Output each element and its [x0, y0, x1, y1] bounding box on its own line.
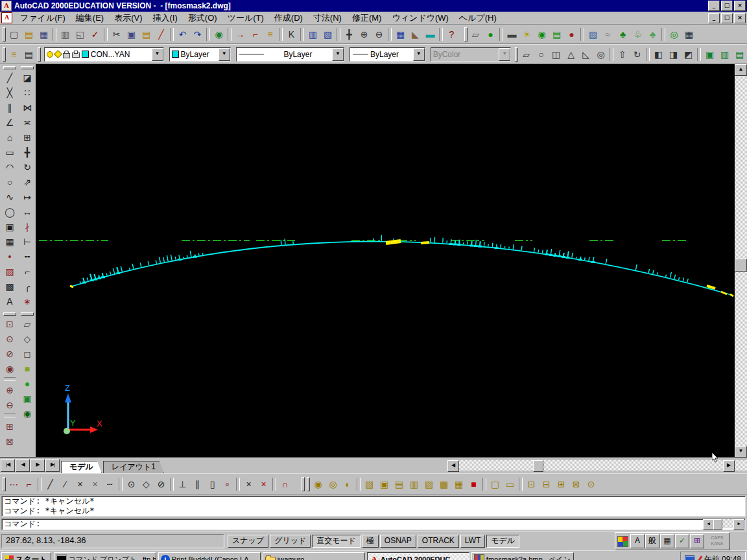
snap-to-intersection-icon[interactable]: ×: [73, 477, 88, 491]
profile-curve[interactable]: [71, 242, 731, 295]
toolbar-grip[interactable]: [302, 477, 305, 491]
snap-to-none-icon[interactable]: ×: [256, 477, 271, 491]
quick-select-icon[interactable]: K: [284, 27, 299, 41]
undo-icon[interactable]: ↶: [175, 27, 190, 41]
menu-edit[interactable]: 編集(E): [71, 12, 109, 25]
snap-to-perpendicular-icon[interactable]: ⊥: [175, 477, 190, 491]
slice-icon[interactable]: ◧: [651, 47, 666, 62]
match-properties-icon[interactable]: ╱: [154, 27, 169, 41]
lengthen-icon[interactable]: ↔: [19, 204, 35, 219]
child-close-button[interactable]: ×: [734, 13, 746, 23]
erase-icon[interactable]: ◪: [19, 70, 35, 85]
toggle-grid[interactable]: グリッド: [270, 535, 311, 548]
toggle-osnap[interactable]: OSNAP: [380, 535, 416, 548]
multiline-icon[interactable]: ∥: [2, 100, 18, 115]
color-edges-icon[interactable]: ▭: [503, 477, 517, 491]
ime-conversion-mode-button[interactable]: 般: [645, 534, 659, 548]
taskbar-task-autocad[interactable]: AutoCAD 2000EDUC...: [367, 552, 469, 560]
menu-format[interactable]: 形式(O): [183, 12, 222, 25]
toolbar-grip[interactable]: [21, 312, 34, 316]
snap-to-parallel-icon[interactable]: ∥: [190, 477, 205, 491]
gouraud-shaded-edges-on-icon[interactable]: ◉: [19, 406, 35, 421]
copy-faces-icon[interactable]: ▦: [451, 477, 466, 491]
trim-icon[interactable]: ∤: [19, 219, 35, 234]
color-faces-icon[interactable]: ■: [466, 477, 481, 491]
construction-line-icon[interactable]: ╳: [2, 85, 18, 100]
statistics-icon[interactable]: ▦: [682, 27, 696, 41]
properties-icon[interactable]: ▥: [305, 27, 320, 41]
minimize-button[interactable]: _: [708, 1, 720, 11]
snap-to-endpoint-icon[interactable]: ╱: [43, 477, 58, 491]
ime-properties-button[interactable]: ⊞: [690, 534, 704, 548]
make-block-icon[interactable]: ▦: [2, 234, 18, 249]
autocad-app-icon[interactable]: A: [1, 1, 12, 11]
arc-icon[interactable]: ◠: [2, 159, 18, 174]
landscape-library-icon[interactable]: ♣: [645, 27, 660, 41]
scroll-right-button[interactable]: ▶: [723, 460, 735, 472]
command-scroll-right[interactable]: ▶: [733, 519, 744, 530]
multiline-text-icon[interactable]: A: [2, 294, 18, 309]
toolbar-grip[interactable]: [3, 47, 6, 62]
toolbar-grip[interactable]: [38, 47, 41, 62]
taper-faces-icon[interactable]: ▩: [436, 477, 451, 491]
intersect-icon[interactable]: ◐: [340, 477, 355, 491]
background-icon[interactable]: ▨: [586, 27, 600, 41]
zoom-dynamic-icon[interactable]: ⊙: [2, 331, 18, 346]
spline-icon[interactable]: ∿: [2, 189, 18, 204]
fog-icon[interactable]: ≈: [600, 27, 615, 41]
toolbar-grip[interactable]: [3, 66, 16, 69]
menu-dimension[interactable]: 寸法(N): [308, 12, 347, 25]
command-history[interactable]: コマンド: *キャンセル*コマンド: *キャンセル*: [1, 496, 746, 517]
box-icon[interactable]: ▱: [519, 47, 534, 62]
print-preview-icon[interactable]: ◱: [73, 27, 88, 41]
lights-icon[interactable]: ☀: [519, 27, 534, 41]
snap-from-icon[interactable]: ⌐: [21, 477, 36, 491]
hidden-icon[interactable]: ◻: [19, 346, 35, 361]
ime-word-register-button[interactable]: ✓: [675, 534, 689, 548]
menu-insert[interactable]: 挿入(I): [148, 12, 183, 25]
command-scroll-thumb[interactable]: [713, 519, 722, 530]
linetype-combo[interactable]: ByLayer ▼: [236, 47, 344, 62]
child-restore-button[interactable]: □: [721, 13, 733, 23]
delete-faces-icon[interactable]: ▥: [407, 477, 421, 491]
tab-layout1[interactable]: レイアウト1: [103, 461, 164, 473]
toggle-snap[interactable]: スナップ: [228, 535, 268, 548]
tab-prev-button[interactable]: ◀: [16, 459, 30, 472]
copy-icon[interactable]: ▣: [124, 27, 139, 41]
toolbar-grip[interactable]: [3, 312, 16, 316]
layer-combo[interactable]: CON...YAN ▼: [44, 47, 164, 62]
taskbar-task-dos-prompt[interactable]: コマンド プロンプト - ftp hong...: [54, 552, 156, 560]
insert-hyperlink-icon[interactable]: ◉: [211, 27, 226, 41]
snap-to-midpoint-icon[interactable]: ∕: [58, 477, 73, 491]
rectangle-icon[interactable]: ▭: [2, 145, 18, 159]
taskbar-task-paint[interactable]: fmosmask2a.bmp - ペイント: [471, 552, 574, 560]
osnap-settings-icon[interactable]: ∩: [278, 477, 292, 491]
properties-dialog-icon[interactable]: ▦: [393, 27, 408, 41]
scroll-up-button[interactable]: ▲: [735, 64, 747, 76]
pan-realtime-icon[interactable]: ╋: [342, 27, 357, 41]
landscape-edit-icon[interactable]: ♧: [630, 27, 645, 41]
cut-icon[interactable]: ✂: [109, 27, 124, 41]
materials-icon[interactable]: ◉: [534, 27, 549, 41]
union-icon[interactable]: ◉: [311, 477, 326, 491]
scroll-down-button[interactable]: ▼: [735, 446, 747, 458]
setup-view-icon[interactable]: ▥: [717, 47, 732, 62]
drawing-file-icon[interactable]: A: [1, 12, 12, 23]
explode-icon[interactable]: ∗: [19, 294, 35, 309]
model-space-canvas[interactable]: ZYX: [36, 64, 735, 457]
zoom-out-icon[interactable]: ⊖: [2, 397, 18, 412]
start-button[interactable]: スタート: [1, 552, 51, 560]
toolbar-grip[interactable]: [515, 47, 518, 62]
scenes-icon[interactable]: ▬: [504, 27, 519, 41]
print-icon[interactable]: ▥: [58, 27, 73, 41]
render-icon[interactable]: ●: [483, 27, 498, 41]
command-scroll-left[interactable]: ◀: [703, 519, 714, 530]
layer-combo-arrow[interactable]: ▼: [152, 48, 163, 61]
array-icon[interactable]: ⊞: [19, 130, 35, 145]
subtract-icon[interactable]: ◎: [326, 477, 340, 491]
layers-icon[interactable]: ▤: [21, 47, 36, 62]
wedge-icon[interactable]: ◺: [578, 47, 593, 62]
toggle-polar[interactable]: 極: [362, 535, 379, 548]
copy-object-icon[interactable]: ∷: [19, 85, 35, 100]
toggle-model[interactable]: モデル: [486, 535, 519, 548]
